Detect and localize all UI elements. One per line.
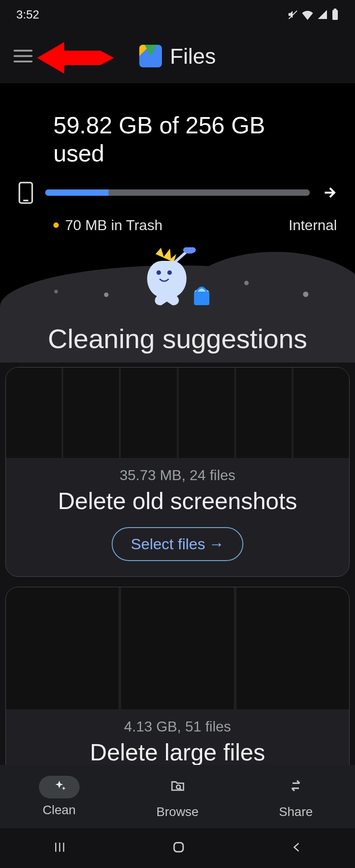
thumbnail[interactable] xyxy=(236,368,292,458)
suggestions-heading: Cleaning suggestions xyxy=(0,315,355,363)
suggestion-card-screenshots: 35.73 MB, 24 files Delete old screenshot… xyxy=(5,367,350,577)
svg-point-8 xyxy=(167,270,172,275)
trash-info: 70 MB in Trash xyxy=(53,217,162,234)
thumbnail[interactable] xyxy=(63,368,119,458)
thumbnail-strip[interactable] xyxy=(6,587,349,709)
thumbnail-strip[interactable] xyxy=(6,368,349,458)
thumbnail[interactable] xyxy=(121,587,234,709)
thumbnail[interactable] xyxy=(6,587,118,709)
svg-rect-9 xyxy=(194,292,209,305)
mascot-icon xyxy=(126,247,212,311)
bottom-nav: Clean Browse Share xyxy=(0,765,355,828)
folder-search-icon xyxy=(169,778,186,793)
nav-share[interactable]: Share xyxy=(237,765,355,828)
thumbnail[interactable] xyxy=(293,368,349,458)
card-meta: 35.73 MB, 24 files xyxy=(6,458,349,487)
svg-rect-15 xyxy=(174,843,183,852)
storage-summary[interactable]: 59.82 GB of 256 GB used 70 MB in Trash I… xyxy=(0,83,355,243)
thumbnail[interactable] xyxy=(121,368,176,458)
thumbnail[interactable] xyxy=(237,587,349,709)
svg-marker-2 xyxy=(37,42,114,74)
app-title: Files xyxy=(170,44,216,69)
app-bar: Files xyxy=(0,29,355,83)
tutorial-arrow-icon xyxy=(37,40,114,76)
nav-label: Clean xyxy=(43,803,76,817)
home-button[interactable] xyxy=(158,836,199,860)
nav-label: Browse xyxy=(156,805,199,819)
mute-icon xyxy=(287,9,298,20)
card-meta: 4.13 GB, 51 files xyxy=(6,709,349,739)
app-logo-icon xyxy=(139,45,162,67)
arrow-right-icon: → xyxy=(209,535,224,552)
card-title: Delete old screenshots xyxy=(6,487,349,527)
mascot-banner xyxy=(0,243,355,315)
nav-clean[interactable]: Clean xyxy=(0,765,118,828)
suggestion-card-large-files: 4.13 GB, 51 files Delete large files Sel… xyxy=(5,587,350,781)
sparkle-icon xyxy=(52,779,67,795)
select-files-button[interactable]: Select files→ xyxy=(112,527,243,561)
status-bar: 3:52 xyxy=(0,0,355,29)
svg-point-10 xyxy=(176,785,180,789)
back-button[interactable] xyxy=(277,836,316,860)
thumbnail[interactable] xyxy=(179,368,234,458)
storage-progress xyxy=(45,189,310,196)
storage-location: Internal xyxy=(289,217,337,234)
recents-button[interactable] xyxy=(39,836,80,860)
system-nav xyxy=(0,828,355,868)
phone-icon xyxy=(18,181,33,204)
trash-dot-icon xyxy=(53,222,59,228)
menu-button[interactable] xyxy=(14,50,33,62)
wifi-icon xyxy=(302,9,313,20)
svg-point-7 xyxy=(156,270,161,275)
svg-rect-0 xyxy=(332,10,338,20)
svg-rect-1 xyxy=(334,9,336,10)
signal-icon xyxy=(317,9,328,20)
nav-label: Share xyxy=(279,805,313,819)
nav-browse[interactable]: Browse xyxy=(118,765,237,828)
storage-usage-text: 59.82 GB of 256 GB used xyxy=(53,111,337,168)
thumbnail[interactable] xyxy=(6,368,62,458)
chevron-right-icon[interactable] xyxy=(322,185,337,200)
status-icons xyxy=(287,9,339,20)
battery-icon xyxy=(331,9,339,20)
swap-icon xyxy=(288,778,303,793)
status-clock: 3:52 xyxy=(16,8,39,22)
